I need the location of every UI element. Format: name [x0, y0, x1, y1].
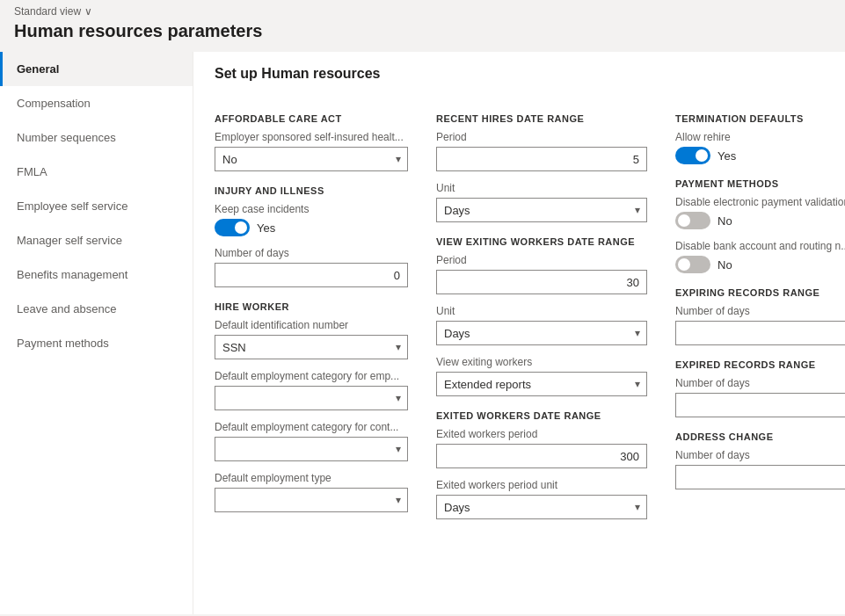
- keep-case-field: Keep case incidents Yes: [215, 203, 408, 236]
- keep-case-toggle-label: Yes: [257, 221, 275, 235]
- recent-hires-period-input[interactable]: [436, 147, 647, 171]
- address-num-days-field: Number of days: [675, 449, 845, 489]
- sidebar-item-fmla[interactable]: FMLA: [0, 155, 193, 189]
- allow-rehire-toggle-row: Yes: [675, 147, 845, 164]
- injury-num-days-input[interactable]: [215, 263, 408, 287]
- disable-bank-field: Disable bank account and routing n... No: [675, 240, 845, 273]
- sidebar-item-label: Employee self service: [17, 199, 127, 213]
- default-emp-cat-cont-select-wrapper: [215, 437, 408, 461]
- view-exiting-period-input[interactable]: [436, 270, 647, 294]
- sidebar-item-number-sequences[interactable]: Number sequences: [0, 120, 193, 155]
- employer-sponsored-select[interactable]: No Yes: [215, 147, 408, 171]
- disable-bank-toggle-thumb: [678, 258, 690, 271]
- sidebar-item-general[interactable]: General: [0, 52, 193, 86]
- disable-electronic-toggle-label: No: [718, 214, 732, 228]
- disable-electronic-label: Disable electronic payment validation: [675, 196, 845, 208]
- injury-illness-header: INJURY AND ILLNESS: [215, 185, 408, 196]
- allow-rehire-field: Allow rehire Yes: [675, 131, 845, 164]
- view-exiting-unit-field: Unit Days Weeks Months: [436, 305, 647, 345]
- top-bar: Standard view ∨: [0, 0, 845, 19]
- sidebar-item-label: Payment methods: [17, 337, 109, 350]
- chevron-down-icon: ∨: [84, 5, 92, 18]
- view-exiting-period-label: Period: [436, 254, 647, 266]
- default-emp-cat-cont-select[interactable]: [215, 437, 408, 461]
- recent-hires-period-field: Period: [436, 131, 647, 171]
- employer-sponsored-select-wrapper: No Yes: [215, 147, 408, 171]
- page-title: Human resources parameters: [0, 19, 845, 52]
- sidebar-item-label: Leave and absence: [17, 302, 116, 315]
- sidebar-item-label: Manager self service: [17, 234, 122, 247]
- content-area: Set up Human resources AFFORDABLE CARE A…: [193, 52, 845, 614]
- recent-hires-unit-field: Unit Days Weeks Months: [436, 182, 647, 222]
- affordable-care-act-header: AFFORDABLE CARE ACT: [215, 113, 408, 124]
- sidebar-item-payment-methods[interactable]: Payment methods: [0, 326, 193, 360]
- default-id-select-wrapper: SSN: [215, 335, 408, 359]
- default-emp-type-label: Default employment type: [215, 472, 408, 484]
- sidebar-item-leave-and-absence[interactable]: Leave and absence: [0, 292, 193, 326]
- injury-num-days-label: Number of days: [215, 247, 408, 259]
- sidebar-item-label: Compensation: [17, 97, 91, 110]
- expiring-records-header: EXPIRING RECORDS RANGE: [675, 287, 845, 298]
- termination-defaults-header: TERMINATION DEFAULTS: [675, 113, 845, 124]
- main-container: General Compensation Number sequences FM…: [0, 52, 845, 614]
- disable-electronic-toggle[interactable]: [675, 212, 710, 229]
- recent-hires-unit-select-wrapper: Days Weeks Months: [436, 198, 647, 222]
- default-id-label: Default identification number: [215, 319, 408, 331]
- payment-methods-header: PAYMENT METHODS: [675, 178, 845, 189]
- expiring-num-days-label: Number of days: [675, 305, 845, 317]
- allow-rehire-label: Allow rehire: [675, 131, 845, 143]
- exited-period-unit-select-wrapper: Days Weeks Months: [436, 495, 647, 519]
- default-emp-cat-cont-label: Default employment category for cont...: [215, 421, 408, 433]
- disable-electronic-toggle-thumb: [678, 214, 690, 227]
- standard-view-label[interactable]: Standard view: [14, 5, 81, 18]
- sidebar-item-compensation[interactable]: Compensation: [0, 86, 193, 120]
- default-id-select[interactable]: SSN: [215, 335, 408, 359]
- disable-electronic-toggle-row: No: [675, 212, 845, 229]
- recent-hires-period-label: Period: [436, 131, 647, 143]
- view-exiting-workers-select-wrapper: Extended reports All workers Direct repo…: [436, 372, 647, 396]
- disable-bank-toggle[interactable]: [675, 256, 710, 273]
- view-exiting-unit-select[interactable]: Days Weeks Months: [436, 321, 647, 345]
- exited-period-unit-select[interactable]: Days Weeks Months: [436, 495, 647, 519]
- view-exiting-workers-select[interactable]: Extended reports All workers Direct repo…: [436, 372, 647, 396]
- expired-num-days-input[interactable]: [675, 393, 845, 417]
- view-exiting-header: VIEW EXITING WORKERS DATE RANGE: [436, 236, 647, 247]
- default-emp-cat-emp-select[interactable]: [215, 386, 408, 410]
- exited-period-field: Exited workers period: [436, 428, 647, 468]
- disable-bank-label: Disable bank account and routing n...: [675, 240, 845, 252]
- address-num-days-input[interactable]: [675, 465, 845, 489]
- sidebar-item-employee-self-service[interactable]: Employee self service: [0, 189, 193, 223]
- recent-hires-unit-select[interactable]: Days Weeks Months: [436, 198, 647, 222]
- keep-case-toggle[interactable]: [215, 219, 250, 236]
- recent-hires-header: RECENT HIRES DATE RANGE: [436, 113, 647, 124]
- recent-hires-unit-label: Unit: [436, 182, 647, 194]
- sidebar-item-benefits-management[interactable]: Benefits management: [0, 257, 193, 292]
- sidebar-item-label: Number sequences: [17, 131, 116, 144]
- allow-rehire-toggle-thumb: [696, 149, 708, 162]
- allow-rehire-toggle[interactable]: [675, 147, 710, 164]
- disable-bank-toggle-label: No: [718, 258, 732, 272]
- sidebar-item-manager-self-service[interactable]: Manager self service: [0, 223, 193, 257]
- sidebar: General Compensation Number sequences FM…: [0, 52, 193, 614]
- injury-num-days-field: Number of days: [215, 247, 408, 287]
- exited-period-input[interactable]: [436, 444, 647, 468]
- employer-sponsored-label: Employer sponsored self-insured healt...: [215, 131, 408, 143]
- sidebar-item-label: Benefits management: [17, 268, 127, 281]
- default-emp-type-select-wrapper: [215, 488, 408, 512]
- exited-workers-header: EXITED WORKERS DATE RANGE: [436, 410, 647, 421]
- default-emp-cat-emp-field: Default employment category for emp...: [215, 370, 408, 410]
- hire-worker-header: HIRE WORKER: [215, 301, 408, 312]
- keep-case-toggle-row: Yes: [215, 219, 408, 236]
- address-change-header: ADDRESS CHANGE: [675, 431, 845, 442]
- column-3: TERMINATION DEFAULTS Allow rehire Yes PA…: [675, 99, 845, 530]
- column-1: AFFORDABLE CARE ACT Employer sponsored s…: [215, 99, 408, 530]
- view-exiting-unit-select-wrapper: Days Weeks Months: [436, 321, 647, 345]
- exited-period-unit-field: Exited workers period unit Days Weeks Mo…: [436, 479, 647, 519]
- expiring-num-days-field: Number of days: [675, 305, 845, 345]
- default-emp-type-select[interactable]: [215, 488, 408, 512]
- expiring-num-days-input[interactable]: [675, 321, 845, 345]
- expired-num-days-label: Number of days: [675, 377, 845, 389]
- expired-num-days-field: Number of days: [675, 377, 845, 417]
- view-exiting-workers-label: View exiting workers: [436, 356, 647, 368]
- form-grid: AFFORDABLE CARE ACT Employer sponsored s…: [215, 99, 824, 530]
